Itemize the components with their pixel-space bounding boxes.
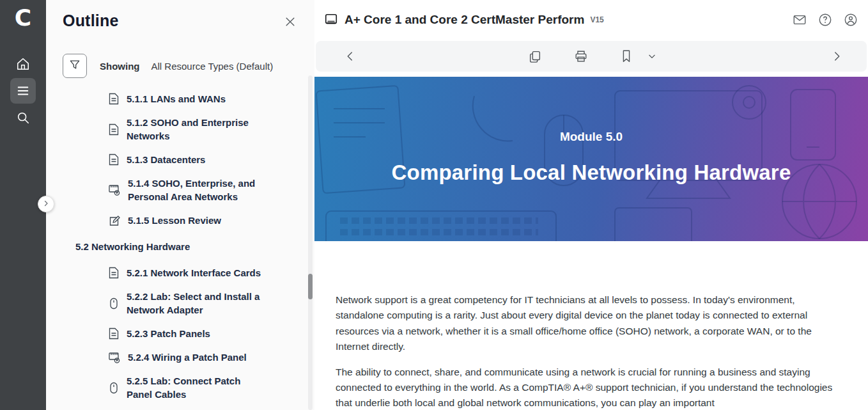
bookmark-button[interactable] — [620, 49, 633, 63]
print-button[interactable] — [574, 49, 588, 63]
home-button[interactable] — [10, 51, 36, 77]
panel-title: Outline — [63, 12, 119, 30]
list-item[interactable]: 5.2.5 Lab: Connect Patch Panel Cables — [63, 374, 314, 401]
previous-page-button[interactable] — [345, 51, 356, 62]
document-icon — [109, 327, 119, 340]
lab-mouse-icon — [109, 297, 119, 310]
lab-mouse-icon — [109, 382, 119, 394]
module-title: Comparing Local Networking Hardware — [392, 161, 791, 185]
messages-button[interactable] — [793, 13, 807, 27]
outline-scrollbar-track[interactable] — [308, 75, 313, 410]
list-item-label: 5.2.2 Lab: Select and Install a Network … — [127, 290, 263, 317]
search-icon — [16, 111, 30, 125]
document-icon — [109, 123, 119, 136]
lesson-toolbar — [316, 41, 867, 72]
filter-button[interactable] — [63, 54, 87, 78]
app-window: C Outline — [0, 0, 868, 410]
search-button[interactable] — [10, 105, 36, 130]
outline-panel: Outline Showing All Resource Types (Defa… — [46, 0, 314, 410]
help-icon — [818, 13, 832, 27]
comptia-logo: C — [15, 4, 31, 32]
printer-icon — [574, 49, 588, 63]
lesson-paragraph: The ability to connect, share, and commu… — [336, 365, 839, 410]
edit-icon — [109, 215, 120, 226]
tech-doodles-background — [314, 77, 868, 241]
copy-icon — [528, 49, 542, 63]
video-icon — [109, 352, 120, 363]
list-item[interactable]: 5.2.3 Patch Panels — [63, 327, 314, 340]
list-item-label: 5.2.4 Wiring a Patch Panel — [128, 351, 247, 364]
lesson-paragraph: Network support is a great competency fo… — [336, 292, 839, 355]
filter-funnel-icon — [68, 58, 81, 74]
bookmark-icon — [620, 49, 633, 63]
list-item[interactable]: 5.2.1 Network Interface Cards — [63, 266, 314, 280]
document-icon — [109, 93, 119, 105]
outline-scrollbar-thumb[interactable] — [308, 274, 313, 299]
course-book-icon — [324, 13, 338, 27]
video-icon — [109, 184, 120, 196]
home-icon — [16, 57, 30, 71]
chevron-right-icon — [831, 51, 842, 62]
chevron-left-icon — [345, 51, 356, 62]
list-item-label: 5.2.3 Patch Panels — [127, 327, 210, 340]
list-item-label: 5.2.5 Lab: Connect Patch Panel Cables — [127, 374, 263, 401]
list-item[interactable]: 5.1.4 SOHO, Enterprise, and Personal Are… — [63, 177, 314, 203]
help-button[interactable] — [818, 13, 832, 27]
chevron-right-icon — [42, 198, 50, 210]
list-item[interactable]: 5.1.1 LANs and WANs — [63, 92, 314, 106]
mail-icon — [793, 13, 807, 27]
account-icon — [844, 13, 858, 27]
list-item-label: 5.2.1 Network Interface Cards — [127, 266, 261, 280]
list-item[interactable]: 5.1.3 Datacenters — [63, 153, 314, 166]
chevron-down-icon — [647, 52, 656, 61]
list-item-label: 5.1.2 SOHO and Enterprise Networks — [127, 116, 263, 143]
main-area: A+ Core 1 and Core 2 CertMaster Perform … — [314, 0, 868, 410]
list-item[interactable]: 5.1.2 SOHO and Enterprise Networks — [63, 116, 314, 143]
module-banner: Module 5.0 Comparing Local Networking Ha… — [314, 77, 868, 241]
outline-list: 5.1.1 LANs and WANs 5.1.2 SOHO and Enter… — [63, 92, 314, 410]
copy-button[interactable] — [528, 49, 542, 63]
filter-value: All Resource Types (Default) — [151, 61, 274, 72]
list-item[interactable]: 5.2.2 Lab: Select and Install a Network … — [63, 290, 314, 317]
list-item-label: 5.1.4 SOHO, Enterprise, and Personal Are… — [128, 177, 265, 203]
account-button[interactable] — [844, 13, 858, 27]
document-icon — [109, 154, 119, 166]
panel-collapse-button[interactable] — [38, 196, 54, 212]
close-icon — [284, 19, 297, 30]
list-item[interactable]: 5.2.4 Wiring a Patch Panel — [63, 351, 314, 364]
section-header: 5.2 Networking Hardware — [63, 240, 314, 253]
course-version-badge: V15 — [590, 15, 603, 24]
next-page-button[interactable] — [831, 51, 842, 62]
list-item-label: 5.1.1 LANs and WANs — [127, 92, 226, 106]
lesson-body: Network support is a great competency fo… — [314, 241, 868, 410]
list-item-label: 5.1.3 Datacenters — [127, 153, 205, 166]
document-icon — [109, 267, 119, 279]
bookmark-menu-button[interactable] — [647, 52, 656, 61]
list-item-label: 5.1.5 Lesson Review — [128, 214, 221, 227]
section-header-label: 5.2 Networking Hardware — [75, 240, 190, 253]
module-number: Module 5.0 — [560, 130, 623, 144]
course-title: A+ Core 1 and Core 2 CertMaster Perform — [345, 13, 584, 27]
list-item[interactable]: 5.1.5 Lesson Review — [63, 214, 314, 227]
close-panel-button[interactable] — [284, 15, 297, 28]
course-header: A+ Core 1 and Core 2 CertMaster Perform … — [314, 0, 868, 40]
hamburger-icon — [16, 84, 30, 98]
outline-menu-button[interactable] — [10, 78, 36, 104]
filter-label: Showing — [100, 61, 140, 72]
